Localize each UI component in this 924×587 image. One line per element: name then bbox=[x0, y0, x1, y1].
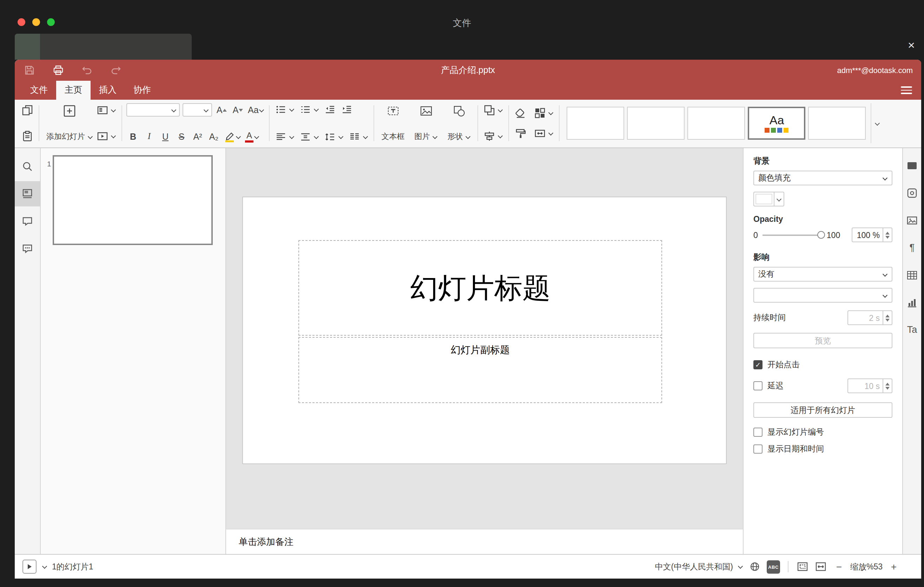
theme-thumbnail-selected[interactable]: Aa bbox=[748, 107, 806, 140]
tab-file[interactable]: 文件 bbox=[22, 81, 56, 100]
transition-option-select[interactable] bbox=[753, 288, 893, 303]
theme-thumbnail[interactable] bbox=[688, 107, 745, 140]
copy-button[interactable] bbox=[20, 104, 35, 117]
strikeout-button[interactable]: S bbox=[175, 130, 188, 143]
slides-panel-button[interactable] bbox=[15, 181, 40, 206]
columns-button[interactable] bbox=[348, 130, 370, 143]
horizontal-align-button[interactable] bbox=[274, 130, 296, 143]
font-name-select[interactable] bbox=[126, 103, 180, 117]
increase-font-button[interactable]: A bbox=[215, 103, 228, 117]
slide-title-placeholder[interactable]: 幻灯片标题 bbox=[299, 240, 662, 336]
slide-subtitle-placeholder[interactable]: 幻灯片副标题 bbox=[299, 337, 662, 403]
opacity-min-label: 0 bbox=[753, 231, 758, 239]
tab-collaboration[interactable]: 协作 bbox=[125, 81, 159, 100]
theme-gallery-expand-button[interactable] bbox=[871, 103, 884, 143]
copy-icon bbox=[22, 105, 33, 116]
image-settings-tab[interactable] bbox=[905, 213, 919, 228]
apply-to-all-slides-button[interactable]: 适用于所有幻灯片 bbox=[753, 402, 893, 418]
shape-settings-tab[interactable] bbox=[905, 185, 919, 200]
delay-spinner-arrows[interactable] bbox=[883, 379, 892, 392]
start-slideshow-button[interactable] bbox=[96, 130, 117, 143]
set-document-language-button[interactable] bbox=[749, 560, 762, 573]
close-icon[interactable]: × bbox=[904, 39, 918, 53]
insert-image-button[interactable]: 图片 bbox=[412, 103, 441, 143]
slide[interactable]: 幻灯片标题 幻灯片副标题 bbox=[242, 196, 727, 464]
chart-settings-tab[interactable] bbox=[905, 295, 919, 310]
subscript-button[interactable]: A₂ bbox=[207, 130, 221, 143]
comments-panel-button[interactable] bbox=[15, 209, 40, 234]
slide-layout-button[interactable] bbox=[96, 104, 117, 117]
tab-home[interactable]: 主页 bbox=[56, 81, 91, 100]
delay-checkbox[interactable] bbox=[753, 381, 762, 391]
slide-size-button[interactable] bbox=[533, 127, 555, 140]
underline-button[interactable]: U bbox=[159, 130, 172, 143]
numbered-list-button[interactable] bbox=[299, 103, 320, 116]
change-case-button[interactable]: Aa bbox=[247, 103, 265, 117]
clear-style-button[interactable] bbox=[513, 107, 528, 120]
numbered-list-icon bbox=[300, 104, 312, 115]
slide-thumbnail[interactable] bbox=[53, 155, 213, 245]
bullet-list-button[interactable] bbox=[274, 103, 296, 116]
image-icon bbox=[420, 105, 432, 117]
add-slide-button[interactable]: 添加幻灯片 bbox=[43, 103, 96, 143]
paragraph-settings-tab[interactable]: ¶ bbox=[905, 240, 919, 255]
show-date-time-checkbox[interactable] bbox=[753, 444, 762, 453]
slide-thumbnail-panel: 1 bbox=[41, 148, 226, 554]
background-color-button[interactable] bbox=[753, 192, 784, 206]
table-settings-tab[interactable] bbox=[905, 267, 919, 282]
vertical-align-button[interactable] bbox=[299, 130, 320, 143]
increase-indent-button[interactable] bbox=[340, 103, 354, 116]
transition-select[interactable]: 没有 bbox=[753, 267, 893, 282]
opacity-slider[interactable] bbox=[763, 234, 822, 236]
theme-thumbnail[interactable] bbox=[567, 107, 625, 140]
arrange-shapes-button[interactable] bbox=[483, 104, 505, 117]
duration-spinner[interactable]: 2 s bbox=[848, 310, 893, 325]
start-slideshow-statusbar-button[interactable] bbox=[23, 560, 36, 574]
insert-textbox-button[interactable]: 文本框 bbox=[379, 103, 408, 143]
color-scheme-button[interactable] bbox=[533, 107, 555, 120]
text-art-settings-tab[interactable]: Ta bbox=[905, 322, 919, 337]
duration-spinner-arrows[interactable] bbox=[883, 311, 892, 325]
decrease-indent-button[interactable] bbox=[323, 103, 337, 116]
zoom-out-button[interactable]: − bbox=[833, 561, 845, 572]
decrease-font-button[interactable]: A bbox=[231, 103, 244, 117]
feedback-panel-button[interactable] bbox=[15, 236, 40, 261]
opacity-spinner[interactable]: 100 % bbox=[852, 228, 893, 242]
start-on-click-checkbox[interactable]: ✓ bbox=[753, 360, 762, 369]
align-shapes-button[interactable] bbox=[483, 130, 505, 143]
hamburger-menu-icon[interactable] bbox=[901, 86, 912, 94]
show-slide-number-checkbox[interactable] bbox=[753, 428, 762, 437]
italic-button[interactable]: I bbox=[142, 130, 156, 143]
language-chevron-icon[interactable] bbox=[738, 564, 744, 569]
theme-thumbnail[interactable] bbox=[627, 107, 685, 140]
superscript-button[interactable]: A² bbox=[191, 130, 204, 143]
font-size-select[interactable] bbox=[183, 103, 212, 117]
slideshow-options-chevron-icon[interactable] bbox=[41, 564, 47, 569]
paste-button[interactable] bbox=[20, 130, 35, 143]
align-shapes-chevron-icon bbox=[497, 134, 503, 139]
tab-insert[interactable]: 插入 bbox=[91, 81, 125, 100]
background-fill-select[interactable]: 颜色填充 bbox=[753, 171, 893, 185]
font-color-button[interactable]: A bbox=[244, 130, 260, 143]
slideshow-icon bbox=[97, 130, 108, 142]
bold-button[interactable]: B bbox=[126, 130, 140, 143]
opacity-spinner-arrows[interactable] bbox=[883, 228, 892, 242]
copy-style-button[interactable] bbox=[513, 127, 528, 140]
slide-settings-tab[interactable] bbox=[905, 158, 919, 173]
fit-to-slide-button[interactable] bbox=[796, 560, 810, 573]
delay-spinner[interactable]: 10 s bbox=[848, 378, 893, 393]
language-selector[interactable]: 中文(中华人民共和国) bbox=[655, 561, 733, 572]
notes-input[interactable]: 单击添加备注 bbox=[226, 529, 743, 554]
theme-thumbnail[interactable] bbox=[808, 107, 866, 140]
opacity-slider-knob[interactable] bbox=[818, 231, 825, 238]
toolbar-separator bbox=[269, 106, 270, 141]
search-panel-button[interactable] bbox=[15, 154, 40, 179]
left-icon-rail bbox=[15, 148, 41, 554]
line-spacing-button[interactable] bbox=[323, 130, 345, 143]
highlight-color-button[interactable] bbox=[223, 130, 241, 143]
insert-shape-button[interactable]: 形状 bbox=[445, 103, 474, 143]
fit-to-width-button[interactable] bbox=[815, 560, 828, 573]
preview-button[interactable]: 预览 bbox=[753, 333, 893, 348]
spellcheck-toggle[interactable]: ABC bbox=[767, 560, 780, 573]
zoom-in-button[interactable]: + bbox=[888, 561, 900, 572]
